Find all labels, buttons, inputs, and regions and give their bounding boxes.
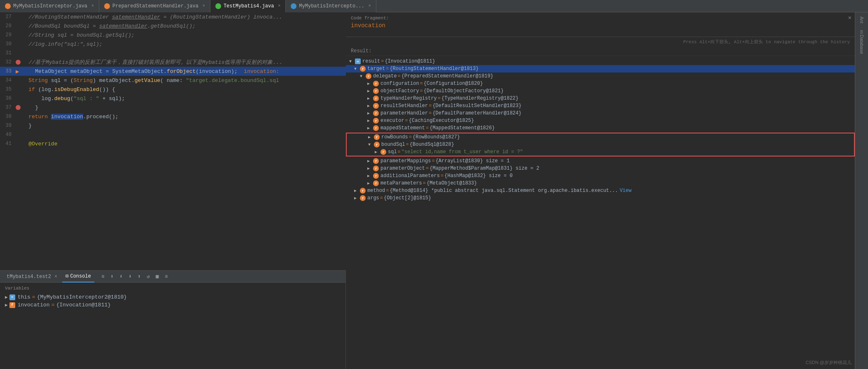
expand-invocation[interactable]: ▶ <box>5 302 8 308</box>
tree-sql[interactable]: ▶ f sql = "select id,name from t_user wh… <box>347 148 854 156</box>
tree-configuration[interactable]: ▶ f configuration = {Configuration@1820} <box>346 80 855 87</box>
tab-close[interactable]: × <box>91 4 94 8</box>
tree-objectfactory[interactable]: ▶ f objectFactory = {DefaultObjectFactor… <box>346 87 855 95</box>
database-tool-btn[interactable]: Database <box>856 39 868 50</box>
tree-executor[interactable]: ▶ f executor = {CachingExecutor@1825} <box>346 117 855 124</box>
tree-op-result: = <box>381 58 384 64</box>
console-tab[interactable]: ⊡ Console <box>62 271 94 283</box>
tree-args[interactable]: ▶ f args = {Object[2]@1815} <box>346 194 855 202</box>
breakpoint-37 <box>16 105 21 110</box>
tree-delegate[interactable]: ▼ f delegate = {PreparedStatementHandler… <box>346 72 855 80</box>
tree-additionalparameters[interactable]: ▶ f additionalParameters = {HashMap@1832… <box>346 172 855 180</box>
code-lines: 27 //RoutingStatementHandler satementHan… <box>0 12 346 270</box>
code-fragment-input[interactable] <box>351 22 850 29</box>
code-line-36: 36 log.debug("sql : " + sql); <box>0 94 346 103</box>
tree-val-typehandlerregistry: {TypeHandlerRegistry@1822} <box>441 96 518 101</box>
tab-close4[interactable]: × <box>369 4 371 8</box>
tree-metaparameters[interactable]: ▶ f metaParameters = {MetaObject@1833} <box>346 180 855 187</box>
tab-mybatis-interceptor2[interactable]: MyMybatisIntercepto... × <box>286 0 376 12</box>
bottom-file-tab[interactable]: tMybatis4.test2 × <box>3 271 61 283</box>
toolbar-icon-grid[interactable]: ▦ <box>154 273 161 280</box>
toolbar-icon-down[interactable]: ⬇ <box>117 273 125 280</box>
code-line-41: 41 @Override <box>0 139 346 148</box>
result-tree[interactable]: ▼ ∞ result = {Invocation@1811} ▼ f targe… <box>346 56 855 369</box>
tree-method[interactable]: ▶ f method = {Method@1814} *public abstr… <box>346 187 855 194</box>
var-icon-this: ≡ <box>9 294 15 300</box>
toolbar-icon-up[interactable]: ⬆ <box>108 273 116 280</box>
tab-label3: TestMybatis4.java <box>224 3 274 9</box>
code-line-40: 40 <box>0 130 346 139</box>
expand-this[interactable]: ▶ <box>5 294 8 300</box>
tree-arrow-delegate[interactable]: ▼ <box>360 74 366 79</box>
tree-parameterobject[interactable]: ▶ f parameterObject = {MapperMethod$Para… <box>346 165 855 172</box>
code-line-39: 39 } <box>0 121 346 130</box>
toolbar-icon-refresh[interactable]: ↺ <box>145 273 152 280</box>
tree-parameterhandler[interactable]: ▶ f parameterHandler = {DefaultParameter… <box>346 110 855 117</box>
tree-val-rowbounds: {RowBounds@1827} <box>413 134 460 140</box>
toolbar-icon-list[interactable]: ≡ <box>163 273 170 280</box>
debug-arrow-33: ▶ <box>16 69 21 74</box>
tree-arrow-resultsethandler[interactable]: ▶ <box>367 103 373 108</box>
line-content-39: } <box>16 123 345 129</box>
line-content-41: @Override <box>16 141 345 147</box>
tree-arrow-typehandlerregistry[interactable]: ▶ <box>367 96 373 101</box>
tree-arrow-result[interactable]: ▼ <box>349 59 355 64</box>
tab-prepared-statement[interactable]: PreparedStatementHandler.java × <box>99 0 210 12</box>
toolbar-icon-up2[interactable]: ⬆ <box>135 273 143 280</box>
tree-arrow-executor[interactable]: ▶ <box>367 118 373 123</box>
tree-arrow-parameterobject[interactable]: ▶ <box>367 166 373 171</box>
view-link-method[interactable]: View <box>620 188 632 194</box>
tree-rowbounds[interactable]: ▶ f rowBounds = {RowBounds@1827} <box>347 133 854 141</box>
tree-parametermappings[interactable]: ▶ f parameterMappings = {ArrayList@1830}… <box>346 157 855 165</box>
tree-arrow-target[interactable]: ▼ <box>354 67 360 71</box>
tree-icon-result: ∞ <box>355 58 361 64</box>
tree-arrow-boundsql[interactable]: ▼ <box>368 142 374 147</box>
line-num-41: 41 <box>1 141 16 147</box>
tree-arrow-parametermappings[interactable]: ▶ <box>367 159 373 163</box>
tree-boundsql[interactable]: ▼ f boundSql = {BoundSql@1828} <box>347 141 854 148</box>
line-num-31: 31 <box>1 50 16 56</box>
tree-icon-objectfactory: f <box>373 88 379 94</box>
bottom-file-tab-label: tMybatis4.test2 <box>7 274 51 280</box>
code-fragment-label: Code fragment: <box>351 16 850 21</box>
tree-arrow-mappedstatement[interactable]: ▶ <box>367 126 373 131</box>
tree-arrow-parameterhandler[interactable]: ▶ <box>367 111 373 116</box>
toolbar-icon-down2[interactable]: ⬇ <box>126 273 134 280</box>
code-content: 27 //RoutingStatementHandler satementHan… <box>0 12 346 270</box>
tree-arrow-additionalparameters[interactable]: ▶ <box>367 173 373 178</box>
close-right-panel-btn[interactable]: × <box>848 15 852 21</box>
bottom-file-tab-close[interactable]: × <box>54 274 57 280</box>
tab-close3[interactable]: × <box>278 4 280 8</box>
tree-arrow-method[interactable]: ▶ <box>354 188 360 193</box>
tree-arrow-args[interactable]: ▶ <box>354 196 360 201</box>
code-line-32: 32 //基于Mybatis提供的反射工厂来干，直接打破封装用反射即可。以下是M… <box>0 58 346 67</box>
tree-val-parameterobject: {MapperMethod$ParamMap@1831} size = 2 <box>429 166 539 171</box>
code-line-31: 31 <box>0 49 346 58</box>
tree-arrow-configuration[interactable]: ▶ <box>367 81 373 86</box>
var-invocation[interactable]: ▶ f invocation = {Invocation@1811} <box>5 301 341 309</box>
tree-arrow-rowbounds[interactable]: ▶ <box>368 135 374 140</box>
tree-key-result: result <box>362 58 380 64</box>
tree-arrow-metaparameters[interactable]: ▶ <box>367 181 373 186</box>
variables-section: Variables ▶ ≡ this = {MyMybatisIntercept… <box>0 283 345 369</box>
tree-icon-boundsql: f <box>374 142 380 147</box>
tree-key-parameterhandler: parameterHandler <box>380 110 428 116</box>
tab-mybatis-interceptor[interactable]: MyMybatisInterceptor.java × <box>0 0 99 12</box>
tree-typehandlerregistry[interactable]: ▶ f typeHandlerRegistry = {TypeHandlerRe… <box>346 95 855 102</box>
tab-test-mybatis[interactable]: TestMybatis4.java × <box>210 0 286 12</box>
tab-close2[interactable]: × <box>203 4 205 8</box>
toolbar-icon-menu[interactable]: ≡ <box>99 273 107 280</box>
line-content-29: //String sql = boundSql.getSql(); <box>16 32 345 38</box>
tree-arrow-sql[interactable]: ▶ <box>375 149 380 154</box>
tree-result[interactable]: ▼ ∞ result = {Invocation@1811} <box>346 58 855 65</box>
tree-mappedstatement[interactable]: ▶ f mappedStatement = {MappedStatement@1… <box>346 124 855 132</box>
var-eq-this: = <box>32 294 35 300</box>
tree-arrow-objectfactory[interactable]: ▶ <box>367 89 373 93</box>
tree-icon-additionalparameters: f <box>373 173 379 179</box>
tree-key-objectfactory: objectFactory <box>380 88 419 94</box>
ant-tool-btn[interactable]: Ant <box>856 14 868 26</box>
red-outline-box: ▶ f rowBounds = {RowBounds@1827} ▼ f bou… <box>346 133 855 156</box>
var-this[interactable]: ▶ ≡ this = {MyMybatisInterceptor2@1810} <box>5 293 341 301</box>
tree-target[interactable]: ▼ f target = {RoutingStatementHandler@18… <box>346 65 855 72</box>
tree-resultsethandler[interactable]: ▶ f resultSetHandler = {DefaultResultSet… <box>346 102 855 110</box>
